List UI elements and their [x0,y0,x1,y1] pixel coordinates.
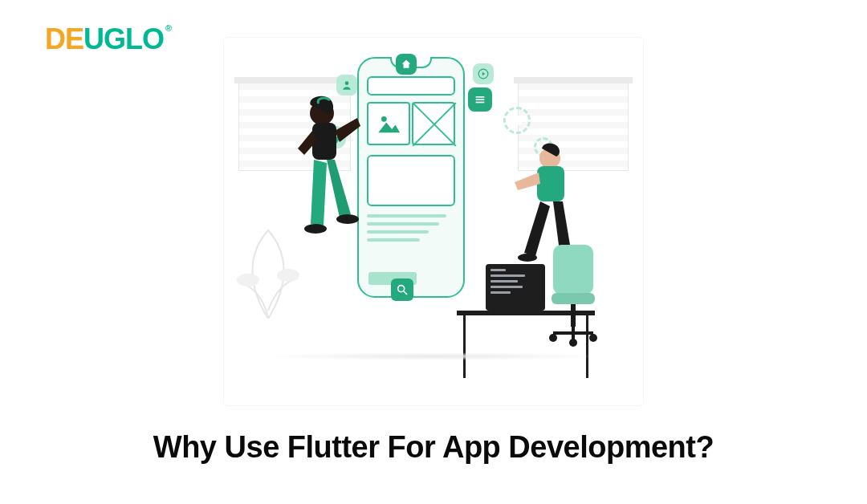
svg-rect-19 [553,245,593,295]
page-title: Why Use Flutter For App Development? [0,430,867,465]
phone-wireframe [357,57,465,298]
wireframe-text-lines [367,214,455,246]
svg-point-24 [589,334,597,342]
registered-mark: ® [165,23,171,33]
play-icon [473,63,494,84]
svg-rect-7 [476,102,485,104]
user-icon [336,75,357,96]
hero-illustration [223,37,644,406]
svg-rect-21 [571,304,576,327]
wireframe-envelope-card [412,102,455,145]
svg-rect-20 [552,293,595,304]
illustration-canvas [224,38,643,405]
office-chair [537,245,608,349]
svg-point-22 [549,334,557,342]
designer-figure [269,96,365,311]
logo-text-part1: DE [45,22,83,56]
image-icon [375,110,402,137]
floor-shadow [265,352,602,360]
svg-point-9 [398,286,405,292]
svg-rect-6 [476,99,485,100]
search-icon [391,278,413,301]
svg-point-3 [345,81,349,85]
svg-line-10 [404,291,407,295]
wireframe-body-card [367,155,455,206]
wireframe-header-block [367,76,455,96]
svg-rect-5 [476,96,485,98]
svg-point-17 [518,254,537,262]
svg-point-13 [304,224,327,234]
wireframe-image-card [367,102,410,145]
brand-logo: DEUGLO® [45,22,169,56]
gear-icon [503,107,531,134]
logo-text-part2: UGLO [83,22,164,56]
menu-icon [468,87,492,112]
svg-point-0 [237,274,259,287]
home-icon [396,54,417,75]
svg-rect-16 [537,166,564,201]
svg-point-23 [569,339,577,347]
svg-point-2 [381,116,387,122]
svg-point-14 [336,214,359,224]
